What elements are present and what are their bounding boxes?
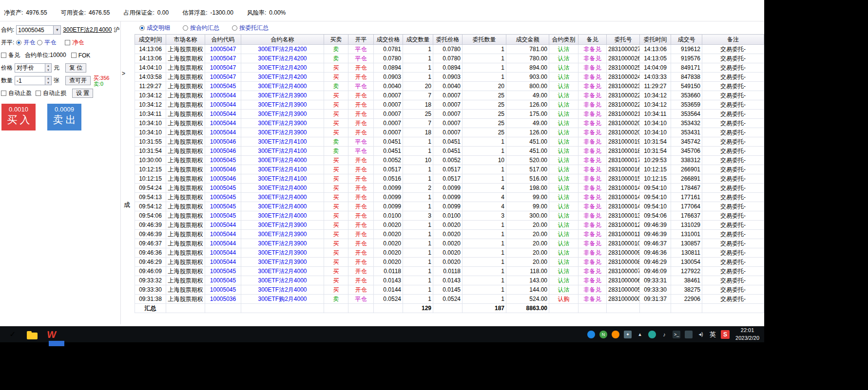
price-unit-label: 元 [54,64,59,72]
contract-select[interactable]: 10005045 ▼ [16,25,61,35]
auto-take-profit-checkbox[interactable] [1,91,6,96]
open-position-label: 开仓 [23,38,35,47]
tray-terminal-icon[interactable]: >_ [673,331,680,338]
tray-paw-icon[interactable]: ✦ [624,331,632,338]
collapsed-trades-tab[interactable]: 成 [124,201,130,209]
table-row[interactable]: 09:54:24上海股票期权10005045300ETF沽2月4000买开仓0.… [135,184,764,193]
trade-detail-area: 成交明细按合约汇总按委托汇总 成交时间市场名称合约代码合约名称买卖开平成交价格成… [135,21,764,324]
table-row[interactable]: 11:29:27上海股票期权10005045300ETF沽2月4000卖平仓0.… [135,82,764,91]
table-row[interactable]: 10:34:10上海股票期权10005044300ETF沽2月3900买开仓0.… [135,128,764,137]
reset-button[interactable]: 复 位 [65,63,86,73]
tab-按合约汇总[interactable]: 按合约汇总 [183,24,219,32]
price-label: 价格 [1,64,13,72]
covered-label: 备兑 [8,51,20,59]
price-stepper[interactable]: ▲▼ [45,64,51,72]
buy-button[interactable]: 0.0010 买入 [1,104,36,130]
exchange-tag: 沪 [114,26,119,34]
price-input[interactable]: 对手价 ▲▼ [15,63,52,73]
column-header[interactable]: 合约名称 [241,35,324,45]
table-row[interactable]: 14:13:06上海股票期权10005047300ETF沽2月4200卖平仓0.… [135,45,764,54]
quantity-input[interactable]: -1 ▲▼ [15,76,52,85]
net-position-checkbox[interactable] [65,40,70,45]
tray-music-icon[interactable]: ♪ [660,331,668,338]
sogou-input-icon[interactable]: S [721,330,730,339]
table-row[interactable]: 09:54:12上海股票期权10005045300ETF沽2月4000买开仓0.… [135,202,764,211]
table-row[interactable]: 10:34:12上海股票期权10005044300ETF沽2月3900买开仓0.… [135,100,764,110]
openable-quantity-info: 买:356 卖:0 [94,75,109,87]
table-row[interactable]: 10:12:15上海股票期权10005046300ETF沽2月4100买开仓0.… [135,174,764,184]
column-header[interactable]: 备兑 [579,35,607,45]
sell-price: 0.0009 [47,104,81,113]
quantity-label: 数量 [1,76,13,85]
panel-splitter[interactable]: > 成 [121,21,135,324]
column-header[interactable]: 委托数量 [463,35,506,45]
column-header[interactable]: 买卖 [324,35,348,45]
net-position-label: 净仓 [72,38,84,47]
table-row[interactable]: 09:33:32上海股票期权10005045300ETF沽2月4000买开仓0.… [135,276,764,285]
trading-app-window: 净资产:4976.55可用资金:4676.55占用保证金:0.00估算浮盈:-1… [0,0,764,326]
tray-orange-icon[interactable] [612,331,619,338]
tray-display-icon[interactable] [685,331,693,338]
sell-button[interactable]: 0.0009 卖出 [47,104,81,130]
table-row[interactable]: 09:46:09上海股票期权10005045300ETF沽2月4000买开仓0.… [135,267,764,276]
table-row[interactable]: 10:34:11上海股票期权10005044300ETF沽2月3900买开仓0.… [135,110,764,119]
open-position-radio[interactable] [16,40,21,45]
table-row[interactable]: 14:03:58上海股票期权10005047300ETF沽2月4200买开仓0.… [135,73,764,82]
column-header[interactable]: 成交价格 [374,35,403,45]
auto-stop-loss-checkbox[interactable] [36,91,41,96]
table-row[interactable]: 10:34:12上海股票期权10005044300ETF沽2月3900买开仓0.… [135,91,764,100]
file-explorer-icon[interactable] [26,329,38,340]
column-header[interactable]: 备注 [702,35,764,45]
table-row[interactable]: 09:46:39上海股票期权10005044300ETF沽2月3900买开仓0.… [135,230,764,239]
table-row[interactable]: 10:12:15上海股票期权10005046300ETF沽2月4100买开仓0.… [135,165,764,174]
wps-office-icon[interactable]: W [45,329,58,340]
column-header[interactable]: 委托价格 [433,35,463,45]
open-close-label: 开平: [1,38,14,47]
taskbar-clock[interactable]: 22:01 2023/2/20 [735,327,759,342]
tray-globe-icon[interactable] [648,331,656,338]
column-header[interactable]: 合约类别 [549,35,579,45]
table-row[interactable]: 10:31:55上海股票期权10005046300ETF沽2月4100卖平仓0.… [135,137,764,147]
table-row[interactable]: 09:54:13上海股票期权10005045300ETF沽2月4000买开仓0.… [135,193,764,202]
table-row[interactable]: 14:13:06上海股票期权10005047300ETF沽2月4200卖平仓0.… [135,54,764,63]
table-row[interactable]: 10:31:54上海股票期权10005046300ETF沽2月4100卖平仓0.… [135,147,764,156]
table-row[interactable]: 09:46:36上海股票期权10005044300ETF沽2月3900买开仓0.… [135,248,764,258]
column-header[interactable]: 委托时间 [640,35,671,45]
tray-hidden-icons-arrow[interactable]: ▴ [636,331,644,338]
settings-button[interactable]: 设 置 [72,89,93,98]
tab-按委托汇总[interactable]: 按委托汇总 [232,24,269,32]
contract-unit-label: 合约单位:10000 [25,51,66,59]
tab-成交明细[interactable]: 成交明细 [139,24,170,32]
table-row[interactable]: 09:46:39上海股票期权10005044300ETF沽2月3900买开仓0.… [135,221,764,230]
table-row[interactable]: 09:54:06上海股票期权10005045300ETF沽2月4000买开仓0.… [135,211,764,221]
close-position-radio[interactable] [37,40,42,45]
table-row[interactable]: 09:46:29上海股票期权10005044300ETF沽2月3900买开仓0.… [135,258,764,267]
table-row[interactable]: 09:46:37上海股票期权10005044300ETF沽2月3900买开仓0.… [135,239,764,248]
tray-blue-dot-icon[interactable] [587,331,595,338]
column-header[interactable]: 开平 [348,35,374,45]
collapse-panel-arrow[interactable]: > [122,70,125,77]
clock-time: 22:01 [735,327,759,334]
covered-checkbox[interactable] [1,53,6,58]
column-header[interactable]: 合约代码 [205,35,241,45]
table-row[interactable]: 10:34:10上海股票期权10005044300ETF沽2月3900买开仓0.… [135,119,764,128]
column-header[interactable]: 委托号 [607,35,640,45]
input-language-indicator[interactable]: 英 [710,330,716,339]
column-header[interactable]: 市场名称 [166,35,205,45]
column-header[interactable]: 成交号 [671,35,702,45]
tray-green-n-icon[interactable]: N [599,331,607,338]
chevron-down-icon[interactable]: ▼ [53,26,60,34]
column-header[interactable]: 成交时间 [135,35,166,45]
table-row[interactable]: 09:33:30上海股票期权10005045300ETF沽2月4000买开仓0.… [135,285,764,295]
column-header[interactable]: 成交数量 [403,35,433,45]
query-openable-button[interactable]: 查可开 [65,76,91,85]
fok-checkbox[interactable] [71,53,77,58]
security-browser-icon[interactable]: ✓ [7,329,19,340]
column-header[interactable]: 成交金额 [506,35,549,45]
table-row[interactable]: 14:04:10上海股票期权10005047300ETF沽2月4200买开仓0.… [135,63,764,73]
contract-name-link[interactable]: 300ETF沽2月4000 [63,26,112,34]
quantity-stepper[interactable]: ▲▼ [45,76,51,85]
table-row[interactable]: 09:31:38上海股票期权10005036300ETF购2月4000卖平仓0.… [135,295,764,304]
table-row[interactable]: 10:30:00上海股票期权10005045300ETF沽2月4000买开仓0.… [135,156,764,165]
tray-volume-icon[interactable]: ◂) [697,331,705,338]
